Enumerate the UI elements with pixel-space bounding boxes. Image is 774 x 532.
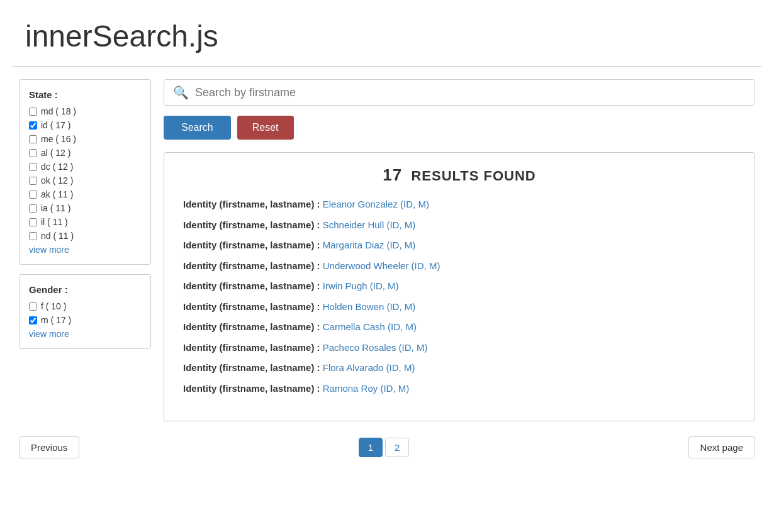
search-button[interactable]: Search: [164, 116, 231, 140]
result-row: Identity (firstname, lastname) : Pacheco…: [183, 341, 736, 355]
gender-filters-container: f ( 10 )m ( 17 ): [29, 301, 141, 325]
state-filter-label: il ( 11 ): [41, 217, 68, 227]
result-value[interactable]: Carmella Cash (ID, M): [323, 321, 417, 332]
gender-filter-item: m ( 17 ): [29, 315, 141, 325]
state-checkbox-id[interactable]: [29, 121, 37, 130]
state-filter-item: me ( 16 ): [29, 134, 141, 144]
state-filter-title: State :: [29, 89, 141, 100]
app-title: innerSearch.js: [13, 0, 761, 66]
result-value[interactable]: Holden Bowen (ID, M): [323, 301, 416, 312]
result-value[interactable]: Pacheco Rosales (ID, M): [323, 342, 428, 353]
gender-view-more-link[interactable]: view more: [29, 329, 141, 339]
results-heading-suffix: RESULTS FOUND: [411, 168, 536, 184]
result-row: Identity (firstname, lastname) : Irwin P…: [183, 279, 736, 294]
gender-filter-item: f ( 10 ): [29, 301, 141, 311]
result-value[interactable]: Schneider Hull (ID, M): [323, 219, 416, 230]
state-filter-item: ok ( 12 ): [29, 175, 141, 186]
result-value[interactable]: Flora Alvarado (ID, M): [323, 362, 415, 373]
main-layout: State : md ( 18 )id ( 17 )me ( 16 )al ( …: [13, 79, 761, 421]
gender-checkbox-f[interactable]: [29, 302, 37, 311]
state-checkbox-nd[interactable]: [29, 232, 37, 240]
result-row: Identity (firstname, lastname) : Ramona …: [183, 382, 736, 396]
result-row: Identity (firstname, lastname) : Eleanor…: [183, 197, 736, 212]
search-icon: 🔍: [173, 85, 189, 100]
state-filter-label: me ( 16 ): [41, 134, 76, 144]
state-filter-label: dc ( 12 ): [41, 162, 73, 172]
content-area: 🔍 Search Reset 17 RESULTS FOUND Identity…: [164, 79, 755, 421]
state-checkbox-ak[interactable]: [29, 191, 37, 199]
state-filter-label: ok ( 12 ): [41, 175, 73, 186]
result-row: Identity (firstname, lastname) : Holden …: [183, 300, 736, 314]
results-list: Identity (firstname, lastname) : Eleanor…: [183, 197, 736, 396]
state-filter-item: ia ( 11 ): [29, 203, 141, 213]
result-value[interactable]: Margarita Diaz (ID, M): [323, 240, 416, 250]
state-checkbox-ia[interactable]: [29, 204, 37, 213]
previous-button[interactable]: Previous: [19, 436, 79, 458]
state-filter-item: md ( 18 ): [29, 106, 141, 116]
result-label: Identity (firstname, lastname) :: [183, 240, 323, 250]
state-filters-container: md ( 18 )id ( 17 )me ( 16 )al ( 12 )dc (…: [29, 106, 141, 241]
button-row: Search Reset: [164, 116, 755, 140]
state-filter-box: State : md ( 18 )id ( 17 )me ( 16 )al ( …: [19, 79, 151, 265]
reset-button[interactable]: Reset: [237, 116, 294, 140]
results-heading: 17 RESULTS FOUND: [183, 165, 736, 185]
result-row: Identity (firstname, lastname) : Carmell…: [183, 320, 736, 335]
gender-filter-label: f ( 10 ): [41, 301, 66, 311]
result-label: Identity (firstname, lastname) :: [183, 342, 323, 353]
search-bar-wrapper: 🔍: [164, 79, 755, 106]
result-value[interactable]: Underwood Wheeler (ID, M): [323, 260, 440, 271]
result-label: Identity (firstname, lastname) :: [183, 199, 323, 209]
page-button-2[interactable]: 2: [385, 438, 409, 457]
search-input[interactable]: [195, 86, 746, 99]
result-row: Identity (firstname, lastname) : Schneid…: [183, 218, 736, 233]
state-checkbox-me[interactable]: [29, 135, 37, 143]
state-checkbox-al[interactable]: [29, 149, 37, 157]
result-label: Identity (firstname, lastname) :: [183, 280, 323, 291]
state-filter-label: al ( 12 ): [41, 148, 70, 158]
state-checkbox-il[interactable]: [29, 218, 37, 226]
state-view-more-link[interactable]: view more: [29, 245, 141, 255]
result-label: Identity (firstname, lastname) :: [183, 219, 323, 230]
result-label: Identity (firstname, lastname) :: [183, 301, 323, 312]
state-checkbox-ok[interactable]: [29, 177, 37, 185]
pagination-row: Previous 12 Next page: [13, 436, 761, 458]
result-value[interactable]: Eleanor Gonzalez (ID, M): [323, 199, 429, 209]
result-label: Identity (firstname, lastname) :: [183, 383, 323, 394]
result-row: Identity (firstname, lastname) : Underwo…: [183, 259, 736, 274]
result-label: Identity (firstname, lastname) :: [183, 362, 323, 373]
gender-filter-box: Gender : f ( 10 )m ( 17 ) view more: [19, 274, 151, 349]
state-filter-label: id ( 17 ): [41, 120, 70, 130]
result-row: Identity (firstname, lastname) : Margari…: [183, 238, 736, 253]
result-label: Identity (firstname, lastname) :: [183, 321, 323, 332]
results-box: 17 RESULTS FOUND Identity (firstname, la…: [164, 152, 755, 421]
state-checkbox-dc[interactable]: [29, 163, 37, 171]
state-filter-item: nd ( 11 ): [29, 231, 141, 241]
state-filter-label: md ( 18 ): [41, 106, 76, 116]
page-button-1[interactable]: 1: [359, 438, 383, 457]
state-filter-item: il ( 11 ): [29, 217, 141, 227]
result-value[interactable]: Irwin Pugh (ID, M): [323, 280, 399, 291]
state-filter-item: al ( 12 ): [29, 148, 141, 158]
state-filter-item: ak ( 11 ): [29, 189, 141, 199]
result-value[interactable]: Ramona Roy (ID, M): [323, 383, 410, 394]
results-count: 17: [383, 165, 402, 184]
gender-filter-title: Gender :: [29, 284, 141, 295]
state-filter-label: nd ( 11 ): [41, 231, 74, 241]
state-filter-item: id ( 17 ): [29, 120, 141, 130]
divider: [13, 66, 761, 67]
next-page-button[interactable]: Next page: [688, 436, 755, 458]
result-label: Identity (firstname, lastname) :: [183, 260, 323, 271]
state-checkbox-md[interactable]: [29, 108, 37, 116]
state-filter-label: ia ( 11 ): [41, 203, 70, 213]
sidebar: State : md ( 18 )id ( 17 )me ( 16 )al ( …: [19, 79, 151, 421]
state-filter-label: ak ( 11 ): [41, 189, 73, 199]
gender-checkbox-m[interactable]: [29, 316, 37, 324]
page-numbers: 12: [359, 438, 410, 457]
state-filter-item: dc ( 12 ): [29, 162, 141, 172]
gender-filter-label: m ( 17 ): [41, 315, 71, 325]
result-row: Identity (firstname, lastname) : Flora A…: [183, 361, 736, 375]
